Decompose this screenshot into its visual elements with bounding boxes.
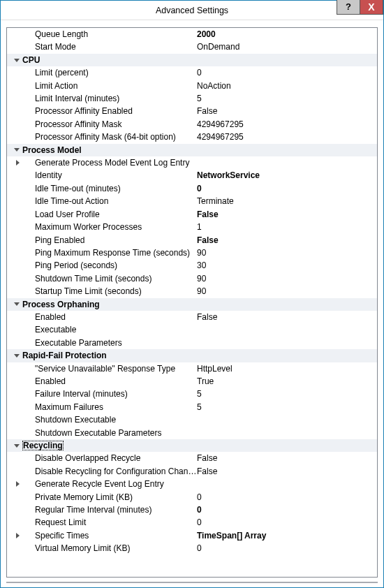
chevron-down-icon	[14, 302, 20, 306]
property-row[interactable]: Ping EnabledFalse	[7, 234, 377, 247]
property-row[interactable]: Specific TimesTimeSpan[] Array	[7, 529, 377, 542]
window-title: Advanced Settings	[156, 6, 228, 15]
property-row[interactable]: Executable Parameters	[7, 337, 377, 349]
expand-gutter[interactable]	[7, 481, 22, 487]
property-value[interactable]: 0	[197, 182, 374, 195]
property-row[interactable]: Shutdown Time Limit (seconds)90	[7, 272, 377, 285]
close-button[interactable]: X	[360, 0, 383, 15]
property-value[interactable]: OnDemand	[197, 41, 374, 53]
help-button[interactable]: ?	[337, 0, 360, 15]
expand-gutter[interactable]	[7, 444, 22, 448]
property-value[interactable]: 1	[197, 221, 374, 233]
property-value[interactable]: 90	[197, 247, 374, 259]
property-value[interactable]: 90	[197, 285, 374, 297]
property-row[interactable]: Generate Process Model Event Log Entry	[7, 156, 377, 169]
property-value[interactable]: TimeSpan[] Array	[197, 529, 374, 542]
expand-gutter[interactable]	[7, 59, 22, 62]
property-grid-scroll[interactable]: Queue Length2000Start ModeOnDemandCPULim…	[7, 28, 377, 577]
property-row[interactable]: Idle Time-out ActionTerminate	[7, 195, 377, 207]
property-value[interactable]: 4294967295	[197, 118, 374, 131]
property-label: Load User Profile	[22, 208, 197, 221]
property-value[interactable]: 5	[197, 401, 374, 413]
property-row[interactable]: Load User ProfileFalse	[7, 208, 377, 221]
property-row[interactable]: EnabledFalse	[7, 311, 377, 323]
property-row[interactable]: Processor Affinity EnabledFalse	[7, 105, 377, 117]
property-row[interactable]: Idle Time-out (minutes)0	[7, 182, 377, 195]
property-row[interactable]: Executable	[7, 323, 377, 336]
property-row[interactable]: Regular Time Interval (minutes)0	[7, 504, 377, 516]
property-label: Recycling	[22, 439, 197, 452]
property-row[interactable]: Private Memory Limit (KB)0	[7, 491, 377, 504]
property-category[interactable]: CPU	[7, 54, 377, 66]
property-row[interactable]: Disable Overlapped RecycleFalse	[7, 452, 377, 464]
property-row[interactable]: Limit ActionNoAction	[7, 80, 377, 92]
property-label: Rapid-Fail Protection	[22, 349, 197, 362]
property-category[interactable]: Process Orphaning	[7, 298, 377, 311]
property-row[interactable]: Disable Recycling for Configuration Chan…	[7, 465, 377, 478]
property-row[interactable]: Maximum Worker Processes1	[7, 221, 377, 233]
property-value[interactable]: HttpLevel	[197, 362, 374, 375]
property-row[interactable]: Processor Affinity Mask4294967295	[7, 118, 377, 131]
chevron-down-icon	[14, 148, 20, 152]
property-label: Process Model	[22, 144, 197, 156]
property-value[interactable]: 30	[197, 259, 374, 272]
property-label: Processor Affinity Enabled	[22, 105, 197, 117]
property-value[interactable]: NoAction	[197, 80, 374, 92]
property-label: Identity	[22, 169, 197, 182]
expand-gutter[interactable]	[7, 354, 22, 358]
property-value[interactable]: False	[197, 105, 374, 117]
property-value[interactable]: 4294967295	[197, 131, 374, 143]
property-row[interactable]: EnabledTrue	[7, 375, 377, 388]
property-value[interactable]: False	[197, 234, 374, 247]
property-row[interactable]: Processor Affinity Mask (64-bit option)4…	[7, 131, 377, 143]
property-row[interactable]: Limit Interval (minutes)5	[7, 92, 377, 105]
property-row[interactable]: Startup Time Limit (seconds)90	[7, 285, 377, 297]
expand-gutter[interactable]	[7, 160, 22, 166]
property-value[interactable]: 5	[197, 92, 374, 105]
property-row[interactable]: Maximum Failures5	[7, 401, 377, 413]
property-row[interactable]: Failure Interval (minutes)5	[7, 388, 377, 400]
property-value[interactable]: True	[197, 375, 374, 388]
property-value[interactable]: False	[197, 208, 374, 221]
property-value[interactable]: 0	[197, 491, 374, 504]
content-area: Queue Length2000Start ModeOnDemandCPULim…	[1, 20, 383, 587]
property-label: Ping Maximum Response Time (seconds)	[22, 247, 197, 259]
property-value[interactable]: 2000	[197, 28, 374, 41]
property-row[interactable]: Ping Period (seconds)30	[7, 259, 377, 272]
property-row[interactable]: Generate Recycle Event Log Entry	[7, 478, 377, 490]
property-row[interactable]: Shutdown Executable	[7, 413, 377, 426]
property-label: "Service Unavailable" Response Type	[22, 362, 197, 375]
property-value[interactable]: 90	[197, 272, 374, 285]
property-row[interactable]: Queue Length2000	[7, 28, 377, 41]
window-controls: ? X	[337, 0, 383, 15]
expand-gutter[interactable]	[7, 302, 22, 306]
property-row[interactable]: Ping Maximum Response Time (seconds)90	[7, 247, 377, 259]
property-row[interactable]: Start ModeOnDemand	[7, 41, 377, 53]
property-row[interactable]: Virtual Memory Limit (KB)0	[7, 542, 377, 554]
expand-gutter[interactable]	[7, 148, 22, 152]
property-row[interactable]: Request Limit0	[7, 516, 377, 529]
property-value[interactable]: 0	[197, 66, 374, 79]
property-value[interactable]: 0	[197, 516, 374, 529]
property-value[interactable]: NetworkService	[197, 169, 374, 182]
property-row[interactable]: Limit (percent)0	[7, 66, 377, 79]
property-value[interactable]: 5	[197, 388, 374, 400]
property-row[interactable]: Shutdown Executable Parameters	[7, 427, 377, 439]
property-category[interactable]: Process Model	[7, 144, 377, 156]
property-value[interactable]: False	[197, 311, 374, 323]
property-label: Start Mode	[22, 41, 197, 53]
property-row[interactable]: "Service Unavailable" Response TypeHttpL…	[7, 362, 377, 375]
property-row[interactable]: IdentityNetworkService	[7, 169, 377, 182]
property-value[interactable]: Terminate	[197, 195, 374, 207]
property-value[interactable]: False	[197, 465, 374, 478]
property-label: Ping Period (seconds)	[22, 259, 197, 272]
property-value[interactable]: False	[197, 452, 374, 464]
property-label: Shutdown Time Limit (seconds)	[22, 272, 197, 285]
expand-gutter[interactable]	[7, 533, 22, 538]
property-value[interactable]: 0	[197, 504, 374, 516]
advanced-settings-window: Advanced Settings ? X Queue Length2000St…	[0, 0, 384, 588]
property-category[interactable]: Recycling	[7, 439, 377, 452]
property-value[interactable]: 0	[197, 542, 374, 554]
property-category[interactable]: Rapid-Fail Protection	[7, 349, 377, 362]
property-label: Regular Time Interval (minutes)	[22, 504, 197, 516]
